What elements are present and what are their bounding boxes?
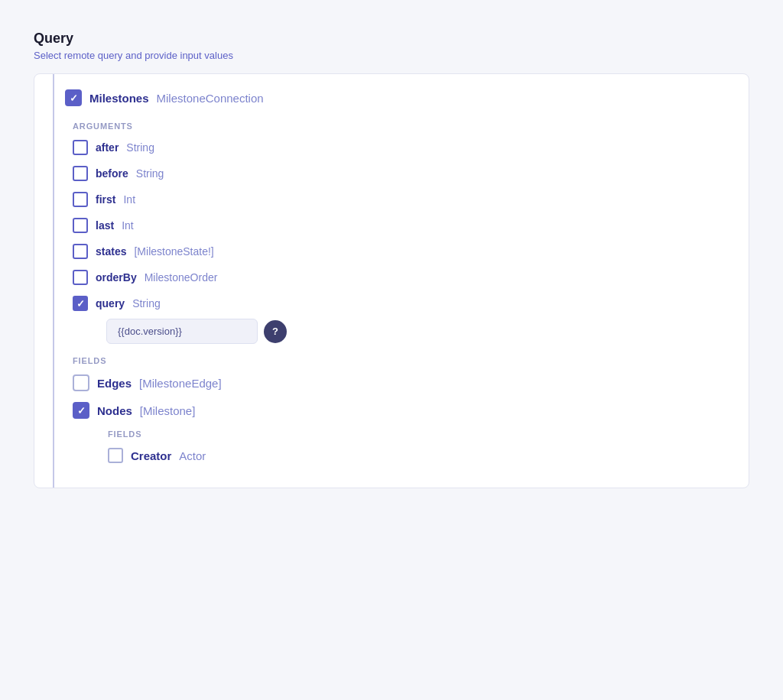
arg-name-orderby: orderBy (96, 271, 137, 284)
field-name-edges: Edges (97, 377, 132, 390)
nested-fields: FIELDS Creator Actor (108, 429, 730, 463)
checkbox-creator[interactable] (108, 448, 123, 463)
arg-type-last: Int (122, 219, 134, 232)
argument-row-states: states [MilestoneState!] (73, 244, 730, 259)
checkbox-query[interactable] (73, 296, 88, 311)
checkbox-before[interactable] (73, 166, 88, 181)
checkbox-last[interactable] (73, 218, 88, 233)
arg-type-after: String (126, 141, 154, 154)
arg-name-after: after (96, 141, 119, 154)
arguments-section: ARGUMENTS after String before String fir… (73, 122, 730, 344)
milestones-row: Milestones MilestoneConnection (65, 89, 730, 106)
checkbox-states[interactable] (73, 244, 88, 259)
arg-name-query: query (96, 297, 125, 309)
field-type-nodes: [Milestone] (140, 404, 196, 417)
arg-name-before: before (96, 167, 128, 180)
argument-row-orderby: orderBy MilestoneOrder (73, 270, 730, 285)
checkbox-first[interactable] (73, 192, 88, 207)
arguments-label: ARGUMENTS (73, 122, 730, 131)
milestones-type: MilestoneConnection (157, 92, 264, 105)
arg-type-states: [MilestoneState!] (134, 245, 213, 258)
field-row-nodes: Nodes [Milestone] (73, 402, 730, 419)
connector-line (53, 74, 54, 488)
query-input[interactable] (106, 319, 258, 344)
checkbox-edges[interactable] (73, 374, 89, 391)
checkbox-after[interactable] (73, 140, 88, 155)
page-title: Query (34, 31, 749, 47)
field-type-creator: Actor (179, 449, 206, 462)
milestones-name: Milestones (89, 92, 149, 105)
argument-row-query: query String (73, 296, 730, 311)
arg-name-states: states (96, 245, 126, 258)
arg-type-query: String (132, 297, 161, 309)
query-input-row: ? (106, 319, 730, 344)
arg-name-first: first (96, 193, 115, 206)
query-panel: Milestones MilestoneConnection ARGUMENTS… (34, 73, 749, 488)
nested-field-row-creator: Creator Actor (108, 448, 730, 463)
argument-row-before: before String (73, 166, 730, 181)
fields-section: FIELDS Edges [MilestoneEdge] Nodes [Mile… (73, 356, 730, 463)
field-type-edges: [MilestoneEdge] (139, 377, 222, 390)
arg-type-first: Int (123, 193, 135, 206)
page-subtitle: Select remote query and provide input va… (34, 50, 749, 61)
panel-inner: Milestones MilestoneConnection ARGUMENTS… (34, 74, 749, 488)
field-row-edges: Edges [MilestoneEdge] (73, 374, 730, 391)
page-container: Query Select remote query and provide in… (15, 15, 768, 700)
nested-fields-label: FIELDS (108, 429, 730, 439)
fields-label: FIELDS (73, 356, 730, 365)
arg-name-last: last (96, 219, 114, 232)
argument-row-after: after String (73, 140, 730, 155)
argument-row-first: first Int (73, 192, 730, 207)
arg-type-before: String (136, 167, 164, 180)
arg-type-orderby: MilestoneOrder (145, 271, 218, 284)
checkbox-nodes[interactable] (73, 402, 89, 419)
field-name-creator: Creator (131, 449, 171, 462)
argument-row-last: last Int (73, 218, 730, 233)
checkbox-orderby[interactable] (73, 270, 88, 285)
milestones-checkbox[interactable] (65, 89, 82, 106)
help-button[interactable]: ? (264, 320, 287, 343)
field-name-nodes: Nodes (97, 404, 132, 417)
